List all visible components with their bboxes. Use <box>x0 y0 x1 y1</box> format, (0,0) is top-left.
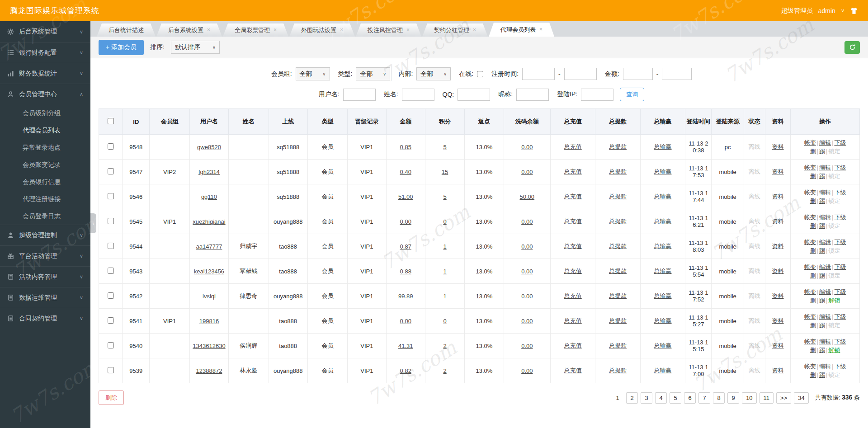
internal-select[interactable]: 全部 ∨ <box>416 67 451 80</box>
ops-lock-link[interactable]: 锁定 <box>828 272 840 279</box>
wash-balance-link[interactable]: 0.00 <box>521 318 533 325</box>
username-link[interactable]: lvsiqi <box>203 293 216 300</box>
ops-lower-link[interactable]: 下级 <box>834 313 846 320</box>
sidebar-collapse-handle[interactable]: ‹ <box>90 213 96 233</box>
ops-edit-link[interactable]: 编辑 <box>819 214 831 221</box>
login-ip-input[interactable] <box>581 89 613 101</box>
ops-lower-link[interactable]: 下级 <box>834 189 846 196</box>
ops-edit-link[interactable]: 编辑 <box>819 263 831 270</box>
page-button[interactable]: 10 <box>742 392 756 404</box>
ops-lower-link[interactable]: 下级 <box>834 139 846 146</box>
sidebar-item-2[interactable]: 财务数据统计∨ <box>0 63 90 84</box>
ops-edit-link[interactable]: 编辑 <box>819 239 831 245</box>
ops-kick-link[interactable]: 踢 <box>819 322 825 329</box>
ops-delete-link[interactable]: 删 <box>810 372 816 378</box>
wash-balance-link[interactable]: 0.00 <box>521 367 533 374</box>
ops-lower-link[interactable]: 下级 <box>834 338 846 345</box>
type-select[interactable]: 全部 ∨ <box>356 67 390 80</box>
ops-delete-link[interactable]: 删 <box>810 148 816 155</box>
tab-close-icon[interactable]: × <box>539 23 542 37</box>
total-recharge-link[interactable]: 总充值 <box>564 193 582 200</box>
tab-close-icon[interactable]: × <box>473 24 476 37</box>
ops-change-link[interactable]: 帐变 <box>804 288 816 295</box>
sidebar-subitem[interactable]: 会员银行信息 <box>0 173 90 190</box>
row-checkbox[interactable] <box>108 367 114 373</box>
tab-2[interactable]: 全局彩票管理× <box>223 24 288 37</box>
sidebar-subitem[interactable]: 异常登录地点 <box>0 139 90 156</box>
tab-close-icon[interactable]: × <box>340 24 343 37</box>
ops-kick-link[interactable]: 踢 <box>819 372 825 378</box>
ops-delete-link[interactable]: 删 <box>810 347 816 353</box>
amount-link[interactable]: 99.89 <box>398 293 413 300</box>
sidebar-item-3[interactable]: 会员管理中心∧ <box>0 84 90 104</box>
amount-link[interactable]: 0.85 <box>400 144 411 151</box>
username-link[interactable]: qwe8520 <box>197 144 221 151</box>
sidebar-item-1[interactable]: 银行财务配置∨ <box>0 42 90 63</box>
ops-kick-link[interactable]: 踢 <box>819 222 825 229</box>
page-button[interactable]: 3 <box>641 392 652 404</box>
member-group-select[interactable]: 全部 ∨ <box>296 67 330 80</box>
page-button[interactable]: 2 <box>626 392 638 404</box>
amount-max-input[interactable] <box>662 68 692 80</box>
tab-0[interactable]: 后台统计描述 <box>97 24 156 37</box>
profile-link[interactable]: 资料 <box>772 367 784 374</box>
sidebar-subitem[interactable]: 会员账变记录 <box>0 156 90 173</box>
ops-change-link[interactable]: 帐变 <box>804 164 816 171</box>
total-winlose-link[interactable]: 总输赢 <box>654 342 672 349</box>
tab-close-icon[interactable]: × <box>406 24 410 37</box>
ops-unlock-link[interactable]: 解锁 <box>828 297 840 304</box>
amount-link[interactable]: 0.88 <box>400 268 411 275</box>
delete-button[interactable]: 删除 <box>99 390 124 405</box>
username-link[interactable]: keai123456 <box>194 268 224 275</box>
amount-link[interactable]: 41.31 <box>398 343 413 349</box>
ops-kick-link[interactable]: 踢 <box>819 173 825 179</box>
ops-change-link[interactable]: 帐变 <box>804 313 816 320</box>
ops-delete-link[interactable]: 删 <box>810 222 816 229</box>
ops-lower-link[interactable]: 下级 <box>834 239 846 245</box>
ops-lock-link[interactable]: 锁定 <box>828 322 840 329</box>
ops-edit-link[interactable]: 编辑 <box>819 363 831 370</box>
ops-delete-link[interactable]: 删 <box>810 272 816 279</box>
username-link[interactable]: aa147777 <box>196 243 222 250</box>
wash-balance-link[interactable]: 0.00 <box>521 268 533 275</box>
wash-balance-link[interactable]: 0.00 <box>521 144 533 151</box>
page-button[interactable]: 6 <box>684 392 696 404</box>
sidebar-item-5[interactable]: 平台活动管理∨ <box>0 245 90 266</box>
ops-lower-link[interactable]: 下级 <box>834 288 846 295</box>
profile-link[interactable]: 资料 <box>772 243 784 249</box>
username-link[interactable]: fgh2314 <box>198 169 220 175</box>
add-member-button[interactable]: + 添加会员 <box>99 40 144 55</box>
name-input[interactable] <box>402 89 434 101</box>
page-button[interactable]: 8 <box>713 392 725 404</box>
total-withdraw-link[interactable]: 总提款 <box>609 342 627 349</box>
tab-close-icon[interactable]: × <box>274 24 277 37</box>
wash-balance-link[interactable]: 0.00 <box>521 293 533 300</box>
total-winlose-link[interactable]: 总输赢 <box>654 367 672 374</box>
row-checkbox[interactable] <box>108 342 114 348</box>
profile-link[interactable]: 资料 <box>772 317 784 324</box>
ops-lower-link[interactable]: 下级 <box>834 363 846 370</box>
total-winlose-link[interactable]: 总输赢 <box>654 243 672 249</box>
profile-link[interactable]: 资料 <box>772 342 784 349</box>
points-link[interactable]: 15 <box>442 169 448 175</box>
total-recharge-link[interactable]: 总充值 <box>564 268 582 274</box>
profile-link[interactable]: 资料 <box>772 143 784 150</box>
query-button[interactable]: 查询 <box>620 88 644 101</box>
profile-link[interactable]: 资料 <box>772 292 784 299</box>
tab-1[interactable]: 后台系统设置× <box>156 24 222 37</box>
ops-edit-link[interactable]: 编辑 <box>819 189 831 196</box>
sidebar-item-6[interactable]: 活动内容管理∨ <box>0 266 90 287</box>
page-button[interactable]: 4 <box>655 392 667 404</box>
total-winlose-link[interactable]: 总输赢 <box>654 193 672 200</box>
row-checkbox[interactable] <box>108 243 114 249</box>
total-winlose-link[interactable]: 总输赢 <box>654 268 672 274</box>
sidebar-item-4[interactable]: 超级管理控制∨ <box>0 225 90 245</box>
total-withdraw-link[interactable]: 总提款 <box>609 218 627 225</box>
page-button[interactable]: 34 <box>794 392 808 404</box>
ops-lock-link[interactable]: 锁定 <box>828 222 840 229</box>
total-recharge-link[interactable]: 总充值 <box>564 292 582 299</box>
points-link[interactable]: 0 <box>443 218 446 225</box>
row-checkbox[interactable] <box>108 193 114 199</box>
regtime-start-input[interactable] <box>522 68 555 80</box>
wash-balance-link[interactable]: 0.00 <box>521 243 533 250</box>
